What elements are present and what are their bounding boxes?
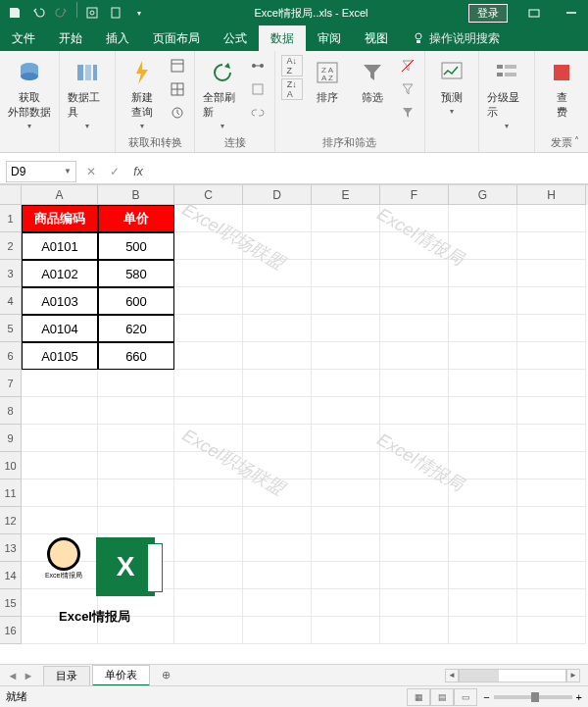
- undo-icon[interactable]: [27, 2, 49, 24]
- tab-insert[interactable]: 插入: [94, 25, 141, 51]
- row-header[interactable]: 4: [0, 287, 22, 315]
- cell[interactable]: [380, 287, 449, 315]
- cell[interactable]: [380, 232, 449, 260]
- cell[interactable]: 620: [98, 315, 174, 342]
- cell[interactable]: [380, 425, 449, 452]
- advanced-filter-icon[interactable]: [397, 102, 418, 124]
- cell[interactable]: [98, 425, 174, 452]
- cell[interactable]: [22, 507, 98, 534]
- cell[interactable]: [174, 342, 243, 370]
- cell[interactable]: A0103: [22, 287, 98, 315]
- page-break-view-icon[interactable]: ▭: [454, 688, 477, 706]
- cell[interactable]: A0105: [22, 342, 98, 370]
- tab-file[interactable]: 文件: [0, 25, 47, 51]
- cell[interactable]: [174, 617, 243, 644]
- cell[interactable]: [449, 260, 517, 287]
- cell[interactable]: [312, 562, 380, 589]
- cell[interactable]: [312, 589, 380, 617]
- cell[interactable]: [517, 507, 586, 534]
- row-header[interactable]: 9: [0, 425, 22, 452]
- row-header[interactable]: 5: [0, 315, 22, 342]
- cell[interactable]: [380, 480, 449, 507]
- cell[interactable]: [22, 370, 98, 397]
- cell[interactable]: [243, 589, 312, 617]
- fx-icon[interactable]: fx: [127, 161, 149, 182]
- horizontal-scrollbar[interactable]: ◄ ►: [183, 669, 580, 682]
- cell[interactable]: [449, 562, 517, 589]
- tab-formulas[interactable]: 公式: [212, 25, 259, 51]
- cell[interactable]: [312, 452, 380, 480]
- cell[interactable]: [449, 342, 517, 370]
- cell[interactable]: [243, 205, 312, 232]
- cell[interactable]: [449, 507, 517, 534]
- cell[interactable]: [517, 617, 586, 644]
- cell[interactable]: [449, 480, 517, 507]
- collapse-ribbon-icon[interactable]: ˄: [568, 132, 584, 148]
- refresh-all-button[interactable]: 全部刷新 ▾: [201, 55, 242, 132]
- cell[interactable]: [517, 205, 586, 232]
- col-header[interactable]: C: [174, 185, 243, 205]
- cell[interactable]: [98, 452, 174, 480]
- login-button[interactable]: 登录: [468, 4, 508, 23]
- cell[interactable]: [243, 425, 312, 452]
- tab-layout[interactable]: 页面布局: [141, 25, 212, 51]
- cell[interactable]: [312, 315, 380, 342]
- data-tools-button[interactable]: 数据工具 ▾: [66, 55, 109, 132]
- zoom-in-icon[interactable]: +: [576, 691, 582, 703]
- cell[interactable]: [380, 260, 449, 287]
- cell[interactable]: 580: [98, 260, 174, 287]
- col-header[interactable]: A: [22, 185, 98, 205]
- show-queries-icon[interactable]: [167, 55, 188, 76]
- cell[interactable]: [243, 260, 312, 287]
- cell[interactable]: [22, 480, 98, 507]
- cell[interactable]: [174, 287, 243, 315]
- cell[interactable]: [312, 370, 380, 397]
- row-header[interactable]: 15: [0, 589, 22, 617]
- cell[interactable]: [243, 232, 312, 260]
- cell[interactable]: [312, 397, 380, 425]
- cell[interactable]: [380, 315, 449, 342]
- cell[interactable]: [517, 232, 586, 260]
- cell[interactable]: [449, 452, 517, 480]
- cell[interactable]: [449, 534, 517, 562]
- sheet-nav[interactable]: ◄►: [0, 670, 41, 682]
- sheet-tab[interactable]: 目录: [43, 666, 90, 685]
- accept-formula-icon[interactable]: ✓: [104, 161, 125, 182]
- cell[interactable]: [312, 232, 380, 260]
- qat-customize-icon[interactable]: ▾: [128, 2, 150, 24]
- col-header[interactable]: D: [243, 185, 312, 205]
- col-header[interactable]: F: [380, 185, 449, 205]
- cell[interactable]: [174, 589, 243, 617]
- cell[interactable]: [517, 534, 586, 562]
- sort-desc-icon[interactable]: Z↓A: [281, 78, 303, 100]
- cell[interactable]: [243, 397, 312, 425]
- row-header[interactable]: 12: [0, 507, 22, 534]
- from-table-icon[interactable]: [167, 78, 188, 100]
- col-header[interactable]: H: [517, 185, 586, 205]
- formula-input[interactable]: [153, 161, 588, 182]
- clear-filter-icon[interactable]: [397, 55, 418, 76]
- cell[interactable]: [517, 480, 586, 507]
- row-header[interactable]: 7: [0, 370, 22, 397]
- row-header[interactable]: 14: [0, 562, 22, 589]
- sort-asc-icon[interactable]: A↓Z: [281, 55, 303, 76]
- cell[interactable]: [517, 342, 586, 370]
- edit-links-icon[interactable]: [247, 102, 269, 124]
- cell[interactable]: [449, 232, 517, 260]
- cell[interactable]: [312, 480, 380, 507]
- cell[interactable]: [517, 287, 586, 315]
- cell[interactable]: [98, 507, 174, 534]
- cell[interactable]: [380, 342, 449, 370]
- zoom-slider[interactable]: − +: [483, 691, 582, 703]
- cell[interactable]: [174, 315, 243, 342]
- cell[interactable]: [449, 589, 517, 617]
- cell[interactable]: [380, 617, 449, 644]
- cell[interactable]: [22, 397, 98, 425]
- cell[interactable]: [449, 287, 517, 315]
- cell[interactable]: 商品编码: [22, 205, 98, 232]
- cell[interactable]: 600: [98, 287, 174, 315]
- zoom-out-icon[interactable]: −: [483, 691, 489, 703]
- cancel-formula-icon[interactable]: ✕: [80, 161, 102, 182]
- cell[interactable]: [98, 397, 174, 425]
- cell[interactable]: [243, 617, 312, 644]
